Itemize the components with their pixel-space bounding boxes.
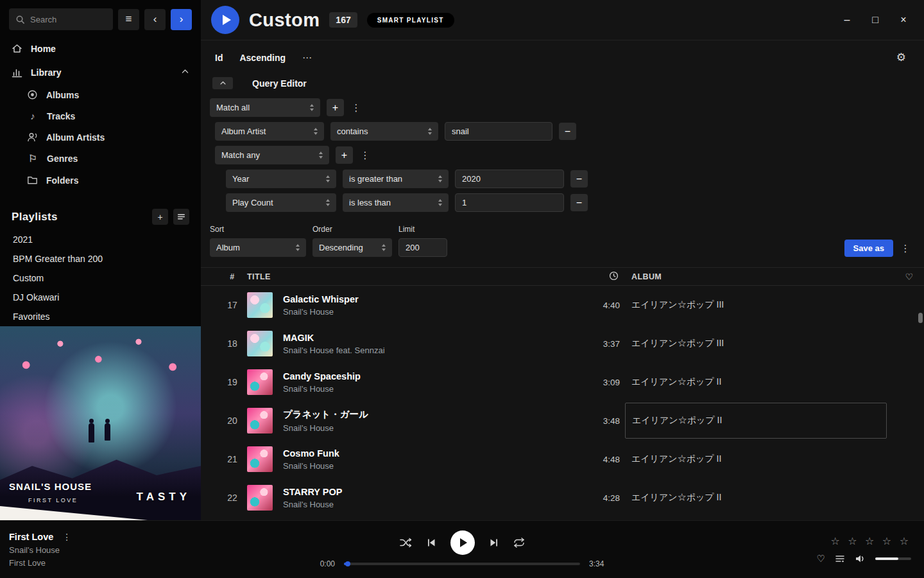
track-artist: Snail's House [283, 500, 576, 509]
seek-handle[interactable] [345, 561, 350, 566]
add-rule-button[interactable]: + [336, 146, 353, 164]
repeat-icon[interactable] [513, 538, 525, 548]
playlist-item-custom[interactable]: Custom [0, 268, 201, 288]
track-duration: 3:37 [576, 339, 621, 349]
table-row[interactable]: 20 プラネット・ガール Snail's House 3:48 エイリアン☆ポッ… [201, 401, 924, 440]
rule-value-input[interactable]: 2020 [455, 170, 564, 188]
duration-clock-icon[interactable] [609, 271, 621, 283]
table-row[interactable]: 22 STARRY POP Snail's House 4:28 エイリアン☆ポ… [201, 478, 924, 517]
save-menu-button[interactable]: ⋮ [900, 240, 911, 257]
track-duration: 4:40 [576, 301, 621, 310]
volume-slider[interactable] [875, 557, 911, 560]
plus-icon: + [157, 212, 162, 222]
match-mode-select[interactable]: Match all [210, 98, 320, 117]
track-album-focused-cell[interactable]: エイリアン☆ポップ II [625, 403, 887, 439]
remove-rule-button[interactable]: − [570, 194, 588, 211]
group-menu-button[interactable]: ⋮ [359, 146, 371, 164]
query-rule-row: Play Count is less than 1 − [226, 193, 915, 212]
playlist-list-button[interactable] [173, 209, 189, 225]
remove-rule-button[interactable]: − [559, 123, 576, 140]
sidebar-item-folders[interactable]: Folders [0, 170, 201, 191]
now-playing-info: First Love ⋮ Snail's House First Love [9, 532, 221, 568]
track-menu-button[interactable]: ⋮ [62, 532, 71, 542]
input-value: 200 [406, 243, 420, 252]
play-playlist-button[interactable] [211, 6, 239, 34]
shuffle-icon[interactable] [400, 538, 412, 548]
match-mode-select[interactable]: Match any [215, 146, 329, 164]
sidebar-item-albums[interactable]: Albums [0, 84, 201, 105]
playlist-item-bpm[interactable]: BPM Greater than 200 [0, 249, 201, 268]
minimize-button[interactable]: – [842, 14, 852, 26]
rule-operator-select[interactable]: is less than [343, 193, 449, 212]
nav-forward-button[interactable]: › [171, 9, 192, 30]
favorite-column-icon[interactable]: ♡ [905, 272, 914, 282]
rating-stars[interactable]: ☆ ☆ ☆ ☆ ☆ [831, 535, 912, 547]
table-row[interactable]: 19 Candy Spaceship Snail's House 3:09 エイ… [201, 363, 924, 401]
select-value: Album [216, 243, 240, 252]
query-rule-row: Year is greater than 2020 − [226, 170, 915, 188]
playlist-item-2021[interactable]: 2021 [0, 230, 201, 249]
rule-operator-select[interactable]: is greater than [343, 170, 449, 188]
query-group-row: Match all + ⋮ [210, 98, 915, 117]
queue-icon[interactable] [835, 554, 845, 564]
minus-icon: − [576, 197, 582, 209]
rule-value-input[interactable]: 1 [455, 193, 564, 212]
sort-select[interactable]: Album [210, 238, 306, 257]
order-select[interactable]: Descending [312, 238, 392, 257]
column-header-title[interactable]: TITLE [247, 272, 576, 281]
content-area: Search ≡ ‹ › Home Library Albums [0, 0, 924, 520]
sidebar-item-album-artists[interactable]: Album Artists [0, 127, 201, 148]
save-as-button[interactable]: Save as [844, 240, 893, 257]
add-playlist-button[interactable]: + [152, 209, 168, 225]
previous-track-icon[interactable] [426, 538, 436, 548]
rule-field-select[interactable]: Play Count [226, 193, 336, 212]
column-header-album[interactable]: ALBUM [631, 272, 894, 281]
menu-button[interactable]: ≡ [118, 9, 139, 30]
limit-input[interactable]: 200 [398, 238, 447, 257]
track-album: エイリアン☆ポップ II [631, 492, 894, 504]
settings-gear-icon[interactable]: ⚙ [896, 51, 911, 64]
play-pause-button[interactable] [450, 530, 475, 555]
track-album-art [247, 331, 273, 356]
search-icon [15, 15, 25, 24]
close-button[interactable]: × [898, 14, 909, 26]
volume-icon[interactable] [855, 554, 866, 564]
more-options-button[interactable]: ⋯ [302, 52, 312, 64]
rule-value-input[interactable]: snail [445, 122, 552, 141]
track-title-cell: プラネット・ガール Snail's House [283, 408, 576, 433]
nav-back-button[interactable]: ‹ [144, 9, 166, 30]
seek-bar[interactable] [344, 563, 580, 565]
collapse-query-editor-button[interactable] [212, 77, 233, 89]
sidebar-item-genres[interactable]: ⚐ Genres [0, 148, 201, 170]
add-rule-button[interactable]: + [327, 99, 344, 116]
maximize-button[interactable]: □ [870, 14, 880, 26]
sort-field-button[interactable]: Id [215, 53, 223, 63]
track-album-art [247, 485, 273, 511]
table-row[interactable]: 17 Galactic Whisper Snail's House 4:40 エ… [201, 286, 924, 324]
scrollbar-thumb[interactable] [918, 313, 923, 323]
rule-field-select[interactable]: Year [226, 170, 336, 188]
sort-direction-button[interactable]: Ascending [239, 53, 286, 63]
table-row[interactable]: 18 MAGIK Snail's House feat. Sennzai 3:3… [201, 324, 924, 363]
query-rule-row: Album Artist contains snail − [215, 122, 915, 141]
query-editor-title: Query Editor [252, 78, 307, 89]
now-playing-album-art[interactable]: SNAIL'S HOUSE FIRST LOVE TASTY [0, 326, 201, 520]
rule-field-select[interactable]: Album Artist [215, 122, 324, 141]
favorite-heart-icon[interactable]: ♡ [817, 553, 825, 565]
search-input[interactable]: Search [9, 8, 113, 30]
track-title-cell: MAGIK Snail's House feat. Sennzai [283, 333, 576, 355]
playlist-item-favorites[interactable]: Favorites [0, 307, 201, 326]
group-menu-button[interactable]: ⋮ [350, 99, 362, 116]
sidebar-item-tracks[interactable]: ♪ Tracks [0, 105, 201, 127]
sidebar-item-home[interactable]: Home [0, 37, 201, 60]
list-icon [177, 213, 185, 221]
column-header-number[interactable]: # [218, 272, 247, 281]
now-playing-artist: Snail's House [9, 545, 221, 555]
library-collapse-toggle[interactable] [181, 67, 189, 78]
sidebar-item-library[interactable]: Library [0, 60, 201, 84]
playlist-item-dj-okawari[interactable]: DJ Okawari [0, 288, 201, 307]
table-row[interactable]: 21 Cosmo Funk Snail's House 4:48 エイリアン☆ポ… [201, 440, 924, 478]
rule-operator-select[interactable]: contains [330, 122, 438, 141]
remove-rule-button[interactable]: − [570, 170, 588, 188]
next-track-icon[interactable] [489, 538, 499, 548]
